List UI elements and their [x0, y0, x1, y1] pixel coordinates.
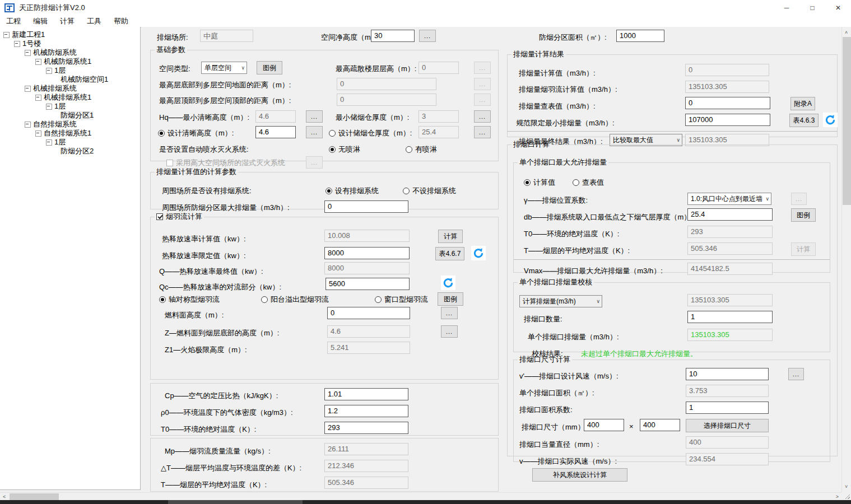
tree-item[interactable]: 自然排烟系统1: [0, 129, 140, 138]
design-clear-field[interactable]: 4.6: [255, 126, 296, 138]
resize-grip-icon[interactable]: [845, 494, 850, 499]
minimize-button[interactable]: ─: [774, 0, 799, 15]
area-coef-field[interactable]: 1: [686, 402, 769, 414]
collapse-icon[interactable]: [35, 95, 41, 101]
tree-item-leaf[interactable]: 机械防烟空间1: [0, 75, 140, 84]
menu-project[interactable]: 工程: [0, 16, 27, 26]
fuel-height-field[interactable]: 0: [327, 307, 410, 319]
collapse-icon[interactable]: [3, 32, 10, 38]
tree-item[interactable]: 1号楼: [0, 39, 140, 48]
menu-edit[interactable]: 编辑: [27, 16, 54, 26]
scroll-up-icon[interactable]: ˄: [845, 29, 848, 36]
min-exhaust-field[interactable]: 107000: [685, 114, 770, 126]
collapse-icon[interactable]: [14, 41, 20, 47]
vent-count-field[interactable]: 1: [687, 311, 773, 323]
collapse-icon[interactable]: [25, 122, 31, 128]
db-field[interactable]: 25.4: [687, 208, 773, 221]
hq-browse-button[interactable]: ...: [306, 110, 323, 123]
horizontal-scroll-thumb[interactable]: [10, 493, 59, 500]
vent-t-calc-button: 计算: [791, 242, 816, 256]
z-browse-button[interactable]: ...: [441, 325, 458, 338]
menu-calc[interactable]: 计算: [54, 16, 81, 26]
table-value-radio[interactable]: [573, 179, 579, 186]
db-legend-button[interactable]: 图例: [791, 208, 816, 222]
vent-t-field: 505.346: [687, 242, 773, 255]
collapse-icon[interactable]: [25, 86, 31, 92]
qc-field[interactable]: 5600: [325, 278, 410, 290]
tree-item[interactable]: 机械排烟系统: [0, 84, 140, 93]
exhaust-table-field[interactable]: 0: [685, 97, 770, 109]
collapse-icon[interactable]: [46, 139, 52, 146]
vertical-scrollbar[interactable]: ˄ ˅: [841, 27, 851, 492]
plume-checkbox[interactable]: [156, 213, 163, 220]
design-smoke-browse-button[interactable]: ...: [474, 126, 491, 138]
tree-item[interactable]: 机械防烟系统: [0, 48, 140, 57]
tree-item[interactable]: 自然排烟系统: [0, 120, 140, 129]
space-type-select[interactable]: 单层空间∨: [201, 62, 247, 74]
vent-width-field[interactable]: 400: [584, 419, 624, 431]
tree-item[interactable]: 1层: [0, 66, 140, 75]
choose-size-button[interactable]: 选择排烟口尺寸: [686, 419, 769, 432]
dist-top-label: 最高层顶部到多层空间顶部的距离（m）:: [159, 96, 291, 106]
rho-field[interactable]: 1.2: [324, 405, 408, 417]
horizontal-scrollbar[interactable]: ˂ ˃: [0, 492, 841, 500]
net-height-field[interactable]: 30: [371, 30, 415, 42]
plume-legend-button[interactable]: 图例: [438, 292, 463, 306]
has-exhaust-radio[interactable]: [325, 188, 332, 194]
window-plume-radio[interactable]: [375, 296, 382, 303]
maximize-button[interactable]: □: [799, 0, 825, 15]
collapse-icon[interactable]: [25, 50, 31, 56]
appendix-a-button[interactable]: 附录A: [790, 97, 815, 110]
hrr-calc-button[interactable]: 计算: [438, 230, 463, 243]
t0-field[interactable]: 293: [324, 422, 408, 434]
table-4-6-3-button[interactable]: 表4.6.3: [789, 114, 819, 127]
table-4-6-7-button[interactable]: 表4.6.7: [435, 247, 464, 260]
space-type-legend-button[interactable]: 图例: [257, 61, 282, 74]
design-speed-field[interactable]: 10: [686, 368, 769, 380]
design-speed-browse-button[interactable]: ...: [788, 368, 804, 380]
tree-item-leaf[interactable]: 防烟分区1: [0, 111, 140, 120]
vent-height-field[interactable]: 400: [640, 419, 680, 431]
tree-item[interactable]: 机械排烟系统1: [0, 93, 140, 102]
refresh-icon[interactable]: [471, 246, 486, 260]
vertical-scroll-thumb[interactable]: [843, 37, 851, 205]
gamma-select[interactable]: 1.0:风口中心点到最近墙∨: [687, 193, 771, 205]
max-exhaust-field[interactable]: 0: [324, 200, 408, 213]
net-height-browse-button[interactable]: ...: [419, 30, 436, 42]
fuel-height-browse-button[interactable]: ...: [441, 307, 458, 319]
collapse-icon[interactable]: [46, 68, 52, 74]
collapse-icon[interactable]: [35, 59, 41, 65]
min-smoke-browse-button[interactable]: ...: [474, 110, 491, 123]
close-button[interactable]: ✕: [825, 0, 851, 15]
calc-value-radio[interactable]: [524, 179, 531, 186]
design-clear-radio[interactable]: [158, 130, 165, 137]
check-mode-select[interactable]: 计算排烟量(m3/h)∨: [519, 295, 602, 307]
tree-item-leaf[interactable]: 防烟分区2: [0, 147, 140, 156]
scroll-down-icon[interactable]: ˅: [845, 483, 848, 490]
collapse-icon[interactable]: [35, 130, 41, 137]
exhaust-result-group: 排烟量计算结果 排烟量计算值（m3/h）: 0 排烟量烟羽流计算值（m3/h）:…: [507, 49, 838, 137]
balcony-plume-radio[interactable]: [261, 296, 268, 303]
scroll-left-icon[interactable]: ˂: [3, 493, 6, 500]
tree-item[interactable]: 机械防烟系统1: [0, 57, 140, 66]
tree-item[interactable]: 1层: [0, 138, 140, 147]
refresh-icon[interactable]: [441, 276, 455, 290]
no-exhaust-radio[interactable]: [403, 188, 410, 194]
cp-field[interactable]: 1.01: [324, 388, 408, 400]
zone-area-field[interactable]: 1000: [616, 30, 664, 42]
design-smoke-radio[interactable]: [329, 130, 336, 137]
refresh-icon[interactable]: [823, 113, 838, 127]
makeup-air-button[interactable]: 补风系统设计计算: [532, 468, 627, 482]
menu-tools[interactable]: 工具: [81, 16, 108, 26]
scroll-right-icon[interactable]: ˃: [836, 493, 839, 500]
has-sprinkler-radio[interactable]: [406, 146, 412, 153]
design-clear-browse-button[interactable]: ...: [306, 126, 323, 138]
tree-item[interactable]: 新建工程1: [0, 30, 140, 39]
collapse-icon[interactable]: [46, 104, 52, 110]
title-bar: 天正防排烟计算V2.0 ─ □ ✕: [0, 0, 851, 15]
tree-item[interactable]: 1层: [0, 102, 140, 111]
no-sprinkler-radio[interactable]: [329, 146, 336, 153]
axis-plume-radio[interactable]: [159, 296, 166, 303]
hrr-limit-field[interactable]: 8000: [324, 247, 410, 259]
menu-help[interactable]: 帮助: [108, 16, 134, 26]
